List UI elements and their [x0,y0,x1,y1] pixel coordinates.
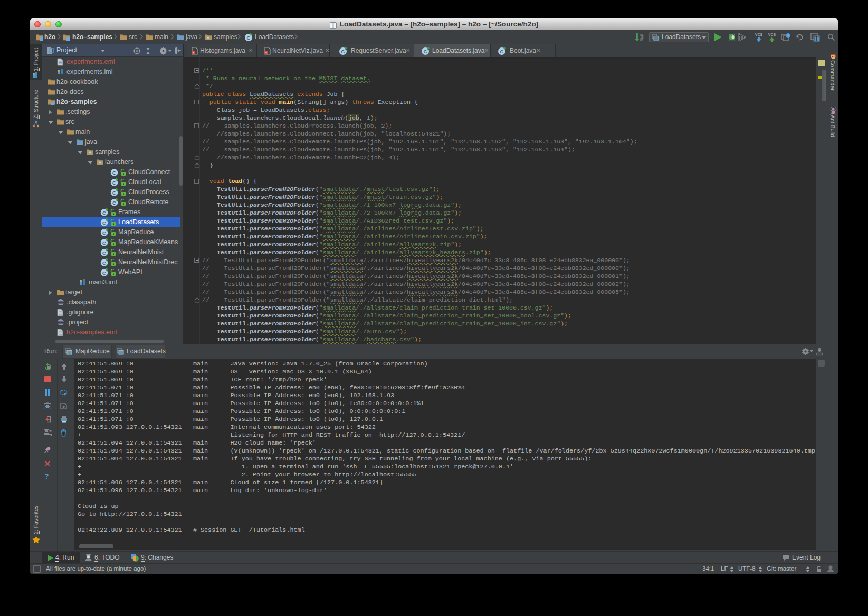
svg-text:VCS: VCS [755,33,763,36]
svg-text:C: C [102,210,106,216]
svg-text:C: C [112,190,116,196]
svg-text:C: C [102,250,106,256]
svg-text:01: 01 [640,38,644,42]
svg-text:C: C [102,270,106,276]
svg-text:C: C [102,230,106,236]
svg-text:C: C [500,49,504,54]
svg-text:C: C [424,49,427,54]
svg-text:C: C [247,35,251,41]
svg-text:C: C [102,240,106,246]
svg-text:C: C [112,170,116,176]
svg-text:C: C [102,260,106,266]
svg-text:C: C [341,49,345,54]
svg-text:C: C [112,180,116,186]
svg-text:C: C [112,200,116,206]
svg-text:C: C [102,220,106,226]
svg-text:VCS: VCS [768,33,776,36]
